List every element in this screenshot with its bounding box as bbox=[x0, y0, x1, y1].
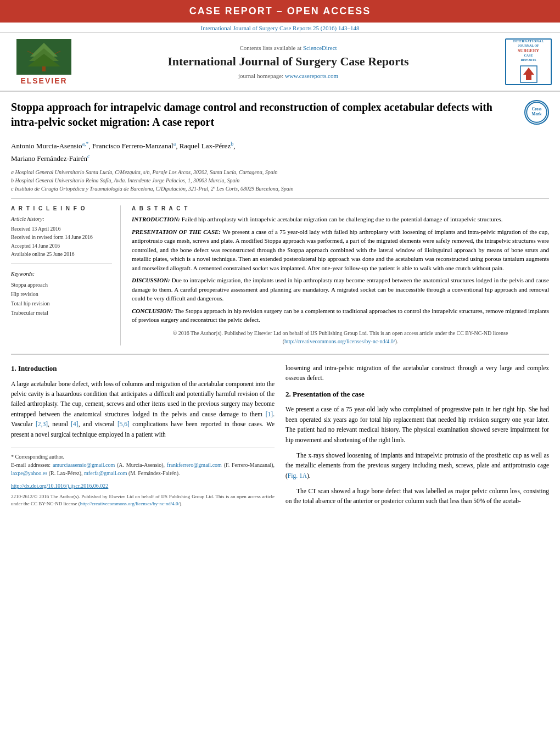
ref-4-link[interactable]: [4] bbox=[71, 421, 78, 427]
section1-continuation: loosening and intra-pelvic migration of … bbox=[285, 363, 549, 383]
keywords-section: Keywords: Stoppa approach Hip revision T… bbox=[11, 269, 112, 317]
section1-heading: 1. Introduction bbox=[11, 363, 275, 375]
badge-line-1: INTERNATIONAL bbox=[513, 40, 544, 44]
elsevier-label: ELSEVIER bbox=[20, 76, 67, 85]
article-info-column: A R T I C L E I N F O Article history: R… bbox=[11, 205, 121, 345]
abstract-conclusion-heading: CONCLUSION: bbox=[132, 308, 173, 314]
history-label: Article history: bbox=[11, 215, 112, 224]
keyword-4: Trabecular metal bbox=[11, 308, 112, 317]
elsevier-logo-container: ELSEVIER bbox=[8, 39, 80, 85]
ref-5-6-link[interactable]: [5,6] bbox=[117, 421, 130, 427]
author-2: Mariano Fernández-Fairénc bbox=[11, 154, 89, 163]
keywords-label: Keywords: bbox=[11, 269, 112, 278]
abstract-introduction: INTRODUCTION: Failed hip arthroplasty wi… bbox=[132, 215, 549, 224]
affiliation-c: c Instituto de Cirugía Ortopédica y Trau… bbox=[11, 185, 549, 193]
open-access-text: © 2016 The Author(s). Published by Elsev… bbox=[173, 330, 508, 344]
svg-text:Cross: Cross bbox=[532, 107, 542, 111]
contents-available-text: Contents lists available at ScienceDirec… bbox=[80, 44, 497, 51]
badge-line-4: CASE bbox=[524, 54, 533, 58]
section1-paragraph-1: A large acetabular bone defect, with los… bbox=[11, 379, 275, 439]
keyword-3: Total hip revision bbox=[11, 299, 112, 308]
doi-link[interactable]: http://dx.doi.org/10.1016/j.ijscr.2016.0… bbox=[11, 483, 108, 489]
article-info-label: A R T I C L E I N F O bbox=[11, 205, 112, 211]
body-separator bbox=[11, 354, 549, 355]
copyright-cc-link[interactable]: http://creativecommons.org/licenses/by-n… bbox=[80, 501, 180, 506]
ref-2-3-link[interactable]: [2,3] bbox=[36, 421, 48, 427]
journal-header: ELSEVIER Contents lists available at Sci… bbox=[0, 33, 560, 92]
badge-line-2: JOURNAL OF bbox=[518, 44, 539, 48]
section2-paragraph-3: The CT scan showed a huge bone defect th… bbox=[285, 486, 549, 506]
affiliation-b: b Hospital General Universitario Reina S… bbox=[11, 176, 549, 185]
abstract-discussion-heading: DISCUSSION: bbox=[132, 277, 170, 283]
affiliations: a Hospital General Universitario Santa L… bbox=[11, 168, 549, 193]
article-history: Article history: Received 13 April 2016 … bbox=[11, 215, 112, 264]
crossmark-icon: Cross Mark bbox=[524, 100, 549, 125]
abstract-conclusion: CONCLUSION: The Stoppa approach in hip r… bbox=[132, 306, 549, 325]
email-link-2[interactable]: frankferrero@gmail.com bbox=[167, 462, 222, 468]
svg-text:Mark: Mark bbox=[532, 112, 542, 116]
abstract-text: INTRODUCTION: Failed hip arthroplasty wi… bbox=[132, 215, 549, 345]
section2-heading: 2. Presentation of the case bbox=[285, 389, 549, 400]
open-access-note: © 2016 The Author(s). Published by Elsev… bbox=[132, 329, 549, 345]
accepted-date: Accepted 14 June 2016 bbox=[11, 242, 112, 250]
author-1: Antonio Murcia-Asensioa,*, Francisco Fer… bbox=[11, 142, 235, 150]
available-online-date: Available online 25 June 2016 bbox=[11, 250, 112, 259]
keyword-2: Hip revision bbox=[11, 289, 112, 299]
fig1a-link[interactable]: Fig. 1A bbox=[288, 472, 307, 479]
elsevier-tree-icon bbox=[16, 39, 71, 75]
abstract-column: A B S T R A C T INTRODUCTION: Failed hip… bbox=[132, 205, 549, 345]
ref-1-link[interactable]: [1] bbox=[266, 411, 273, 417]
badge-icon bbox=[518, 65, 540, 84]
abstract-presentation: PRESENTATION OF THE CASE: We present a c… bbox=[132, 227, 549, 273]
article-info-abstract-section: A R T I C L E I N F O Article history: R… bbox=[11, 198, 549, 345]
received-date: Received 13 April 2016 bbox=[11, 225, 112, 233]
top-banner: CASE REPORT – OPEN ACCESS bbox=[0, 0, 560, 23]
email-link-1[interactable]: amurciaasensio@gmail.com bbox=[53, 462, 115, 468]
body-section: 1. Introduction A large acetabular bone … bbox=[11, 363, 549, 512]
article-title-section: Stoppa approach for intrapelvic damage c… bbox=[11, 100, 549, 134]
email-link-3[interactable]: laxpe@yahoo.es bbox=[11, 470, 47, 476]
crossmark-badge: Cross Mark bbox=[524, 100, 549, 125]
abstract-discussion-text: Due to intrapelvic migration, the implan… bbox=[132, 277, 549, 302]
section2-paragraph-1: We present a case of a 75 year-old lady … bbox=[285, 404, 549, 445]
authors: Antonio Murcia-Asensioa,*, Francisco Fer… bbox=[11, 140, 549, 165]
cc-license-link[interactable]: http://creativecommons.org/licenses/by-n… bbox=[284, 338, 395, 344]
doi-section: http://dx.doi.org/10.1016/j.ijscr.2016.0… bbox=[11, 482, 275, 490]
body-right-column: loosening and intra-pelvic migration of … bbox=[285, 363, 549, 512]
journal-volume-info: International Journal of Surgery Case Re… bbox=[201, 25, 360, 31]
email-link-4[interactable]: mferfa@gmail.com bbox=[84, 470, 127, 476]
svg-marker-8 bbox=[523, 68, 534, 75]
journal-name: International Journal of Surgery Case Re… bbox=[80, 54, 497, 70]
journal-homepage-link[interactable]: www.casereports.com bbox=[285, 72, 338, 79]
email-addresses: E-mail addresses: amurciaasensio@gmail.c… bbox=[11, 461, 275, 477]
body-left-column: 1. Introduction A large acetabular bone … bbox=[11, 363, 275, 512]
journal-badge: INTERNATIONAL JOURNAL OF SURGERY CASE RE… bbox=[505, 38, 552, 85]
badge-line-5: REPORTS bbox=[520, 58, 536, 63]
issn-copyright-text: 2210-2612/© 2016 The Author(s). Publishe… bbox=[11, 494, 275, 507]
abstract-label: A B S T R A C T bbox=[132, 205, 549, 211]
affiliation-a: a Hospital General Universitario Santa L… bbox=[11, 168, 549, 176]
journal-info-bar: International Journal of Surgery Case Re… bbox=[0, 23, 560, 33]
keyword-1: Stoppa approach bbox=[11, 280, 112, 289]
badge-line-3: SURGERY bbox=[518, 48, 539, 54]
received-revised-date: Received in revised form 14 June 2016 bbox=[11, 233, 112, 242]
journal-badge-container: INTERNATIONAL JOURNAL OF SURGERY CASE RE… bbox=[497, 38, 552, 85]
journal-homepage: journal homepage: www.casereports.com bbox=[80, 72, 497, 79]
abstract-presentation-heading: PRESENTATION OF THE CASE: bbox=[132, 228, 221, 235]
copyright-section: 2210-2612/© 2016 The Author(s). Publishe… bbox=[11, 493, 275, 508]
journal-title-center: Contents lists available at ScienceDirec… bbox=[80, 44, 497, 79]
article-content: Stoppa approach for intrapelvic damage c… bbox=[0, 92, 560, 520]
svg-rect-9 bbox=[526, 75, 531, 80]
article-title: Stoppa approach for intrapelvic damage c… bbox=[11, 100, 516, 130]
abstract-conclusion-text: The Stoppa approach in hip revision surg… bbox=[132, 308, 549, 323]
abstract-intro-heading: INTRODUCTION: bbox=[132, 216, 180, 222]
banner-text: CASE REPORT – OPEN ACCESS bbox=[189, 5, 371, 16]
footnote-section: * Corresponding author. E-mail addresses… bbox=[11, 448, 275, 477]
elsevier-tree-svg bbox=[19, 40, 69, 73]
abstract-intro-text: Failed hip arthroplasty with intrapelvic… bbox=[182, 216, 503, 222]
elsevier-logo: ELSEVIER bbox=[8, 39, 80, 85]
abstract-discussion: DISCUSSION: Due to intrapelvic migration… bbox=[132, 276, 549, 303]
sciencedirect-link[interactable]: ScienceDirect bbox=[303, 44, 337, 51]
corresponding-author-note: * Corresponding author. bbox=[11, 453, 275, 461]
section2-paragraph-2: The x-rays showed loosening of implants … bbox=[285, 450, 549, 481]
